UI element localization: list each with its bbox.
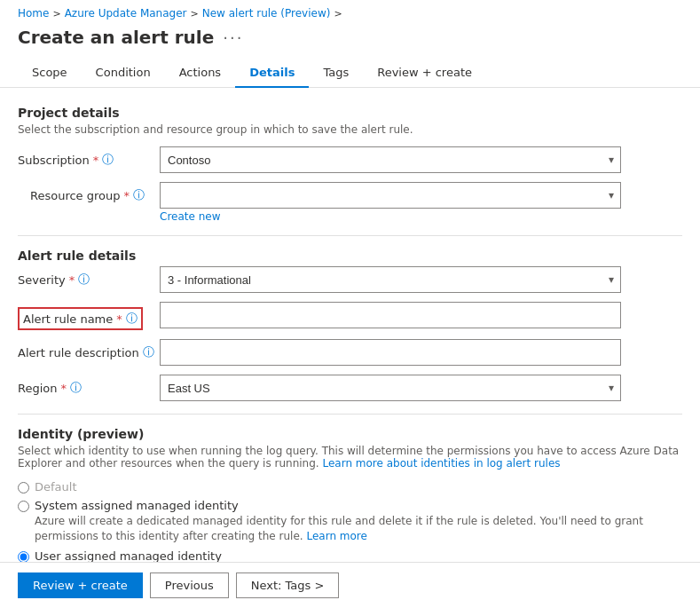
- main-content: Project details Select the subscription …: [0, 88, 700, 608]
- review-create-button[interactable]: Review + create: [18, 572, 143, 598]
- breadcrumb: Home > Azure Update Manager > New alert …: [0, 0, 700, 23]
- severity-required: *: [69, 273, 75, 287]
- resource-group-select-wrapper: [160, 182, 621, 209]
- severity-control-wrap: 0 - Critical 1 - Error 2 - Warning 3 - I…: [160, 266, 621, 293]
- region-row: Region * ⓘ East US West US West Europe S…: [18, 375, 682, 401]
- alert-rule-desc-input[interactable]: [160, 339, 621, 366]
- subscription-row: Subscription * ⓘ Contoso: [18, 146, 682, 173]
- breadcrumb-new-alert-rule[interactable]: New alert rule (Preview): [202, 7, 331, 20]
- identity-title: Identity (preview): [18, 427, 682, 441]
- breadcrumb-azure-update-manager[interactable]: Azure Update Manager: [65, 7, 187, 20]
- divider-1: [18, 235, 682, 236]
- identity-section: Identity (preview) Select which identity…: [18, 427, 682, 579]
- alert-rule-desc-info-icon[interactable]: ⓘ: [143, 344, 154, 360]
- radio-default[interactable]: [18, 482, 29, 494]
- radio-system-assigned-desc: Azure will create a dedicated managed id…: [35, 514, 682, 544]
- alert-rule-desc-row: Alert rule description ⓘ: [18, 339, 682, 366]
- severity-info-icon[interactable]: ⓘ: [78, 272, 90, 288]
- tab-tags[interactable]: Tags: [309, 59, 363, 88]
- project-details-title: Project details: [18, 106, 682, 120]
- alert-rule-name-control-wrap: [160, 302, 621, 328]
- alert-rule-name-label-highlighted: Alert rule name * ⓘ: [18, 307, 143, 330]
- subscription-info-icon[interactable]: ⓘ: [102, 152, 114, 168]
- radio-user-assigned-label: User assigned managed identity: [35, 549, 681, 563]
- subscription-required: *: [93, 154, 99, 167]
- create-new-link[interactable]: Create new: [160, 210, 221, 223]
- subscription-label: Subscription * ⓘ: [18, 146, 160, 168]
- region-label: Region * ⓘ: [18, 375, 160, 396]
- severity-row: Severity * ⓘ 0 - Critical 1 - Error 2 - …: [18, 266, 682, 293]
- radio-user-assigned[interactable]: [18, 551, 29, 563]
- tab-review-create[interactable]: Review + create: [363, 59, 486, 88]
- tab-details[interactable]: Details: [235, 59, 309, 88]
- identity-learn-more-link[interactable]: Learn more about identities in log alert…: [322, 457, 560, 470]
- radio-system-assigned-content: System assigned managed identity Azure w…: [35, 499, 682, 544]
- footer-bar: Review + create Previous Next: Tags >: [0, 562, 700, 608]
- page-header: Create an alert rule ···: [0, 23, 700, 59]
- severity-select[interactable]: 0 - Critical 1 - Error 2 - Warning 3 - I…: [160, 266, 621, 293]
- tab-scope[interactable]: Scope: [18, 59, 82, 88]
- tabs-bar: Scope Condition Actions Details Tags Rev…: [0, 59, 700, 88]
- project-details-section: Project details Select the subscription …: [18, 106, 682, 223]
- region-required: *: [61, 382, 67, 395]
- system-assigned-learn-more-link[interactable]: Learn more: [306, 530, 366, 542]
- resource-group-row: Resource group * ⓘ Create new: [18, 182, 682, 223]
- alert-rule-name-required: *: [116, 312, 122, 326]
- resource-group-info-icon[interactable]: ⓘ: [133, 187, 145, 203]
- breadcrumb-home[interactable]: Home: [18, 7, 49, 20]
- region-select[interactable]: East US West US West Europe Southeast As…: [160, 375, 621, 401]
- alert-rule-details-title: Alert rule details: [18, 249, 682, 263]
- radio-system-assigned-label: System assigned managed identity: [35, 499, 682, 512]
- next-tags-button[interactable]: Next: Tags >: [236, 572, 340, 598]
- alert-rule-name-label-wrap: Alert rule name * ⓘ: [18, 302, 160, 330]
- alert-rule-name-row: Alert rule name * ⓘ: [18, 302, 682, 330]
- severity-select-wrapper: 0 - Critical 1 - Error 2 - Warning 3 - I…: [160, 266, 621, 293]
- tab-condition[interactable]: Condition: [82, 59, 165, 88]
- project-details-desc: Select the subscription and resource gro…: [18, 123, 682, 136]
- radio-system-assigned[interactable]: [18, 501, 29, 512]
- identity-desc: Select which identity to use when runnin…: [18, 445, 682, 470]
- subscription-select[interactable]: Contoso: [160, 146, 621, 173]
- alert-rule-desc-control-wrap: [160, 339, 621, 366]
- tab-actions[interactable]: Actions: [165, 59, 236, 88]
- divider-2: [18, 414, 682, 415]
- region-select-wrapper: East US West US West Europe Southeast As…: [160, 375, 621, 401]
- subscription-select-wrapper: Contoso: [160, 146, 621, 173]
- resource-group-select[interactable]: [160, 182, 621, 209]
- region-control-wrap: East US West US West Europe Southeast As…: [160, 375, 621, 401]
- radio-default-item: Default: [18, 480, 682, 494]
- radio-system-assigned-item: System assigned managed identity Azure w…: [18, 499, 682, 544]
- severity-label: Severity * ⓘ: [18, 266, 160, 288]
- resource-group-required: *: [124, 189, 130, 202]
- alert-rule-details-section: Alert rule details Severity * ⓘ 0 - Crit…: [18, 249, 682, 401]
- region-info-icon[interactable]: ⓘ: [70, 380, 82, 396]
- page-title: Create an alert rule: [18, 27, 214, 48]
- alert-rule-name-input[interactable]: [160, 302, 621, 328]
- previous-button[interactable]: Previous: [150, 572, 229, 598]
- subscription-control-wrap: Contoso: [160, 146, 621, 173]
- resource-group-label: Resource group * ⓘ: [18, 182, 160, 203]
- alert-rule-name-info-icon[interactable]: ⓘ: [126, 311, 138, 327]
- page-header-menu-dots[interactable]: ···: [223, 28, 243, 47]
- radio-default-label: Default: [35, 480, 77, 494]
- resource-group-control-wrap: Create new: [160, 182, 621, 223]
- alert-rule-desc-label: Alert rule description ⓘ: [18, 339, 160, 360]
